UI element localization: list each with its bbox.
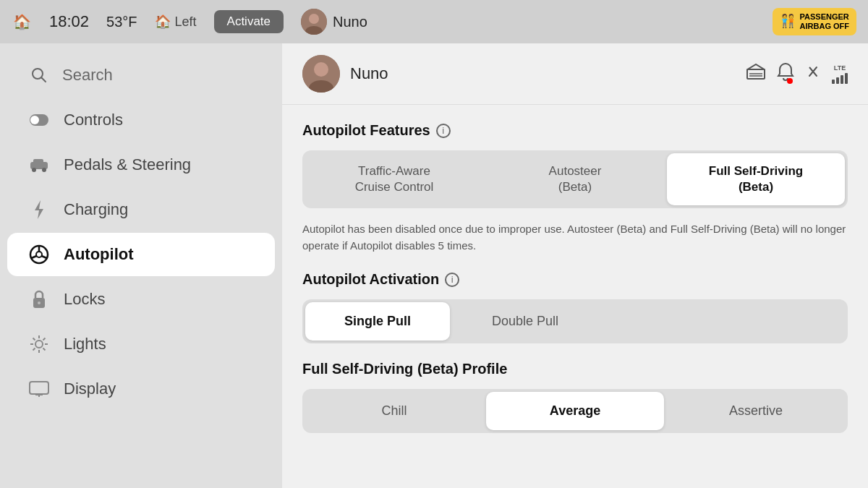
passenger-airbag-line1: PASSENGER	[800, 12, 849, 22]
temperature-display: 53°F	[106, 14, 137, 30]
toggle-icon	[27, 108, 51, 132]
sidebar-item-charging-label: Charging	[64, 200, 128, 219]
steering-wheel-icon	[27, 243, 51, 266]
profile-icons: LTE	[746, 62, 848, 85]
autopilot-warning: Autopilot has been disabled once due to …	[302, 221, 848, 254]
svg-rect-8	[33, 159, 43, 164]
svg-point-13	[36, 252, 42, 257]
car-icon	[27, 153, 51, 176]
notification-dot	[787, 78, 793, 84]
content-area: Nuno	[282, 43, 868, 488]
fsd-profile-segment: Chill Average Assertive	[302, 389, 848, 433]
activation-info-icon[interactable]: i	[445, 273, 459, 287]
lte-signal-icon: LTE	[832, 64, 848, 84]
content-body: Autopilot Features i Traffic-AwareCruise…	[282, 105, 868, 450]
notification-icon[interactable]	[777, 62, 794, 85]
activation-segment: Single Pull Double Pull	[302, 299, 848, 343]
sidebar-item-controls-label: Controls	[64, 111, 123, 129]
bluetooth-icon[interactable]	[806, 62, 820, 85]
home-icon: 🏠	[12, 12, 32, 32]
lock-icon	[27, 288, 51, 311]
svg-point-1	[309, 14, 319, 24]
chill-option[interactable]: Chill	[305, 392, 483, 430]
sidebar: Search Controls Pedals & Steering	[0, 43, 282, 488]
sidebar-item-lights[interactable]: Lights	[7, 322, 275, 366]
top-bar: 🏠 18:02 53°F 🏠 Left Activate Nuno 🧑‍🤝‍🧑 …	[0, 0, 868, 43]
location-icon: 🏠	[155, 14, 171, 30]
fsd-option[interactable]: Full Self-Driving(Beta)	[667, 153, 845, 205]
svg-point-32	[314, 62, 328, 77]
sidebar-item-display[interactable]: Display	[7, 367, 275, 411]
svg-point-10	[42, 168, 46, 172]
passenger-airbag-line2: AIRBAG OFF	[800, 22, 849, 31]
autosteer-option[interactable]: Autosteer(Beta)	[486, 153, 664, 205]
svg-point-19	[35, 341, 43, 348]
display-icon	[27, 377, 51, 401]
main-layout: Search Controls Pedals & Steering	[0, 43, 868, 488]
passenger-airbag-indicator: 🧑‍🤝‍🧑 PASSENGER AIRBAG OFF	[773, 8, 856, 35]
svg-point-9	[32, 168, 36, 172]
search-icon	[27, 64, 51, 87]
double-pull-option[interactable]: Double Pull	[453, 302, 597, 341]
svg-line-24	[33, 338, 35, 341]
sun-icon	[27, 333, 51, 356]
user-display: Nuno	[301, 9, 367, 35]
sidebar-item-locks-label: Locks	[64, 290, 105, 309]
svg-marker-11	[35, 200, 43, 219]
activate-button[interactable]: Activate	[214, 10, 284, 33]
location-label: Left	[175, 14, 197, 30]
average-option[interactable]: Average	[486, 392, 664, 430]
svg-line-26	[43, 338, 46, 341]
sidebar-item-pedals[interactable]: Pedals & Steering	[7, 143, 275, 187]
svg-line-15	[32, 256, 37, 258]
sidebar-item-controls[interactable]: Controls	[7, 98, 275, 142]
passenger-airbag-icon: 🧑‍🤝‍🧑	[780, 14, 796, 30]
sidebar-item-autopilot-label: Autopilot	[64, 245, 134, 264]
assertive-option[interactable]: Assertive	[667, 392, 845, 430]
svg-line-4	[42, 78, 46, 82]
profile-left: Nuno	[302, 55, 388, 93]
svg-line-27	[33, 348, 35, 351]
search-label: Search	[62, 66, 113, 85]
tacc-option[interactable]: Traffic-AwareCruise Control	[305, 153, 483, 205]
single-pull-option[interactable]: Single Pull	[305, 302, 450, 341]
sidebar-item-autopilot[interactable]: Autopilot	[7, 233, 275, 276]
sidebar-item-pedals-label: Pedals & Steering	[64, 155, 191, 174]
fsd-profile-title: Full Self-Driving (Beta) Profile	[302, 361, 848, 377]
sidebar-item-display-label: Display	[64, 380, 116, 398]
user-name: Nuno	[333, 14, 367, 30]
clock-display: 18:02	[49, 12, 89, 31]
user-avatar-small	[301, 9, 327, 35]
autopilot-features-segment: Traffic-AwareCruise Control Autosteer(Be…	[302, 150, 848, 208]
garage-icon[interactable]	[746, 64, 765, 84]
location-display: 🏠 Left	[155, 14, 197, 30]
avatar	[302, 55, 340, 93]
sidebar-item-lights-label: Lights	[64, 335, 106, 354]
features-info-icon[interactable]: i	[436, 124, 451, 138]
search-item[interactable]: Search	[7, 53, 275, 97]
svg-point-18	[38, 301, 41, 304]
svg-line-16	[42, 256, 47, 258]
bolt-icon	[27, 198, 51, 221]
profile-name: Nuno	[350, 64, 388, 83]
svg-line-25	[43, 348, 46, 351]
autopilot-features-title: Autopilot Features i	[302, 122, 848, 139]
svg-point-6	[30, 116, 39, 124]
svg-rect-28	[30, 382, 48, 394]
sidebar-item-locks[interactable]: Locks	[7, 278, 275, 321]
profile-header: Nuno	[282, 43, 868, 105]
sidebar-item-charging[interactable]: Charging	[7, 188, 275, 231]
top-bar-right: 🧑‍🤝‍🧑 PASSENGER AIRBAG OFF	[773, 8, 856, 35]
autopilot-activation-title: Autopilot Activation i	[302, 271, 848, 288]
